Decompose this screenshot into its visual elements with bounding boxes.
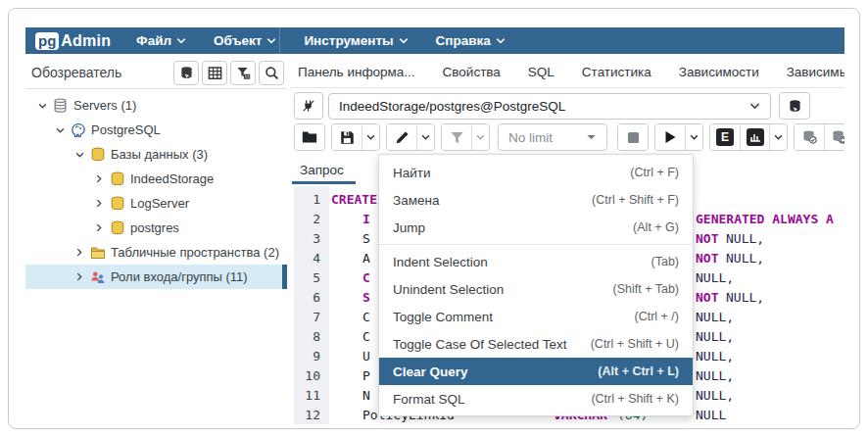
pgadmin-logo: pg Admin — [35, 32, 111, 50]
chevron-right-icon[interactable] — [92, 174, 106, 183]
execute-button[interactable] — [655, 124, 685, 150]
filter-rows-button[interactable] — [442, 124, 471, 150]
tab-properties[interactable]: Свойства — [443, 65, 501, 79]
explain-options-button[interactable] — [769, 124, 787, 150]
chevron-down-icon[interactable] — [35, 103, 49, 109]
save-file-button[interactable] — [332, 124, 362, 150]
filter-button[interactable] — [230, 61, 256, 85]
menu-item-find[interactable]: Найти (Ctrl + F) — [379, 159, 693, 186]
object-explorer-header: Обозреватель — [25, 57, 287, 89]
menu-item-label: Jump — [393, 220, 633, 235]
code-identifier: C — [362, 308, 370, 327]
chevron-right-icon[interactable] — [92, 199, 106, 208]
tree-item-login-roles[interactable]: Роли входа/группы (11) — [25, 265, 287, 289]
chevron-right-icon[interactable] — [72, 272, 86, 281]
db-rollback-icon — [831, 129, 844, 145]
filter-options-button[interactable] — [471, 124, 489, 150]
menu-item-replace[interactable]: Замена (Ctrl + Shift + F) — [379, 186, 693, 214]
menu-item-clear-query[interactable]: Clear Query (Alt + Ctrl + L) — [379, 358, 693, 385]
code-identifier: A — [362, 249, 370, 268]
tree-item-label: Табличные пространства (2) — [111, 245, 279, 260]
tablespace-folder-icon — [89, 245, 106, 261]
new-connection-button[interactable] — [779, 92, 810, 120]
menu-item-format-sql[interactable]: Format SQL (Ctrl + Shift + K) — [379, 385, 693, 413]
plug-disconnected-icon — [301, 98, 316, 114]
edit-group — [386, 123, 435, 151]
tree-item-indeedstorage[interactable]: IndeedStorage — [25, 167, 287, 191]
row-limit-value: No limit — [508, 130, 586, 145]
chevron-down-icon[interactable] — [72, 152, 86, 158]
row-limit-select[interactable]: No limit — [498, 123, 607, 151]
roles-icon — [89, 269, 106, 285]
dependencies-grid-button[interactable] — [202, 61, 227, 85]
commit-button[interactable] — [795, 124, 824, 150]
menu-item-shortcut: (Ctrl + /) — [635, 310, 679, 323]
rollback-button[interactable] — [824, 124, 844, 150]
tab-dependents[interactable]: Зависимые — [787, 65, 844, 79]
open-file-button[interactable] — [295, 124, 324, 150]
menu-help[interactable]: Справка — [436, 33, 506, 48]
menu-item-label: Unindent Selection — [393, 282, 612, 297]
connection-selector[interactable]: IndeedStorage/postgres@PostgreSQL — [328, 93, 771, 120]
tree-item-label: IndeedStorage — [130, 171, 214, 186]
code-null: NULL — [696, 406, 726, 424]
tree-item-logserver[interactable]: LogServer — [25, 191, 287, 216]
execute-group — [654, 123, 703, 151]
menu-item-unindent-selection[interactable]: Unindent Selection (Shift + Tab) — [379, 275, 693, 303]
stop-button[interactable] — [618, 124, 648, 150]
chevron-down-icon — [496, 37, 506, 44]
tree-item-tablespaces[interactable]: Табличные пространства (2) — [25, 240, 287, 265]
filter-icon — [450, 130, 464, 145]
explain-group: E — [709, 123, 788, 151]
chevron-down-icon — [690, 134, 699, 140]
menu-file-label: Файл — [136, 33, 171, 48]
save-options-button[interactable] — [362, 124, 379, 150]
logo-pg-badge: pg — [35, 32, 59, 50]
line-number: 10 — [294, 366, 329, 386]
tab-dashboard[interactable]: Панель информа... — [298, 65, 415, 79]
database-icon — [109, 171, 125, 187]
tree-item-databases[interactable]: Базы данных (3) — [25, 142, 287, 167]
code-null: NULL, — [726, 249, 764, 268]
edit-pencil-button[interactable] — [387, 124, 416, 150]
tree-item-postgres[interactable]: postgres — [25, 216, 287, 240]
filter-icon — [236, 66, 251, 80]
tab-dependencies[interactable]: Зависимости — [679, 65, 759, 79]
stop-square-icon — [627, 131, 640, 144]
menu-tools[interactable]: Инструменты — [304, 33, 408, 48]
tree-item-servers[interactable]: Servers (1) — [25, 93, 287, 118]
tab-statistics[interactable]: Статистика — [582, 65, 651, 79]
tree-item-label: postgres — [130, 220, 179, 235]
menu-item-label: Toggle Case Of Selected Text — [393, 337, 591, 352]
search-button[interactable] — [259, 61, 284, 85]
tree-item-postgresql[interactable]: PostgreSQL — [25, 118, 287, 142]
explain-e-icon: E — [716, 128, 734, 146]
edit-options-button[interactable] — [416, 124, 434, 150]
panel-title: Обозреватель — [31, 65, 173, 80]
menu-item-jump[interactable]: Jump (Alt + G) — [379, 214, 693, 241]
code-keyword: S — [362, 288, 370, 308]
menu-item-indent-selection[interactable]: Indent Selection (Tab) — [379, 248, 693, 275]
quick-search-db-button[interactable] — [173, 61, 199, 85]
chevron-down-icon[interactable] — [53, 127, 67, 133]
menu-object[interactable]: Объект — [214, 33, 276, 48]
filter-group — [441, 123, 490, 151]
chevron-right-icon[interactable] — [92, 223, 106, 232]
tab-query[interactable]: Запрос — [296, 157, 348, 184]
code-identifier: C — [362, 327, 370, 347]
menu-file[interactable]: Файл — [136, 33, 186, 48]
tab-sql[interactable]: SQL — [528, 65, 555, 79]
server-stack-icon — [52, 98, 69, 114]
menu-item-toggle-case[interactable]: Toggle Case Of Selected Text (Ctrl + Shi… — [379, 330, 693, 358]
chevron-right-icon[interactable] — [72, 248, 86, 257]
stop-group — [617, 123, 649, 151]
menu-item-label: Найти — [393, 166, 630, 180]
menu-item-shortcut: (Tab) — [651, 255, 679, 268]
explain-analyze-button[interactable] — [740, 124, 769, 150]
explain-button[interactable]: E — [710, 124, 740, 150]
connection-status-button[interactable] — [294, 92, 323, 120]
execute-options-button[interactable] — [685, 124, 702, 150]
folder-icon — [302, 130, 317, 144]
menu-item-toggle-comment[interactable]: Toggle Comment (Ctrl + /) — [379, 303, 693, 330]
code-keyword: GENERATED ALWAYS A — [696, 210, 834, 229]
